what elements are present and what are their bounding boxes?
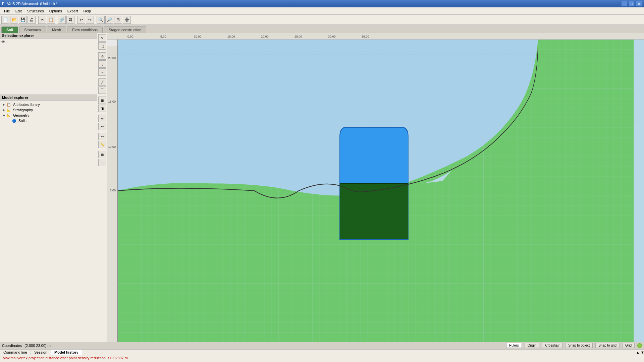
vtool-dot[interactable]: •	[98, 68, 106, 76]
selection-explorer-content: 👁 ...	[0, 39, 97, 45]
svg-rect-5	[340, 183, 408, 239]
new-button[interactable]: 📄	[1, 16, 9, 24]
tree-item-stratigraphy[interactable]: ▶ 📐 Stratigraphy	[1, 107, 96, 113]
geometry-icon: 📐	[7, 114, 12, 117]
coordinates-value: (2.000 23.00) m	[24, 344, 51, 348]
mode-tabs: Soil Structures Mesh Flow conditions Sta…	[0, 25, 644, 33]
attributes-icon: 📋	[7, 103, 12, 107]
ruler-mark-0: 0.00	[127, 35, 133, 38]
soils-icon: 🔵	[12, 119, 17, 123]
vtool-table[interactable]: ⊞	[98, 151, 106, 158]
window-controls: − □ ✕	[621, 1, 642, 6]
ruler-top: 0.00 5.00 10.00 15.00 20.00 25.00 30.00 …	[107, 33, 644, 40]
undo-button[interactable]: ↩	[77, 16, 85, 24]
snap-to-grid-button[interactable]: Snap to grid	[595, 343, 620, 348]
tab-mesh[interactable]: Mesh	[47, 26, 66, 33]
expand-icon: ▶	[3, 103, 7, 106]
vtool-line[interactable]: ╱	[98, 78, 106, 86]
grid-button[interactable]: Grid	[622, 343, 635, 348]
menu-structures[interactable]: Structures	[24, 8, 47, 14]
zoom-in-button[interactable]: 🔍	[97, 16, 105, 24]
origin-button[interactable]: Origin	[525, 343, 540, 348]
selection-explorer: Selection explorer 👁 ...	[0, 33, 97, 95]
menu-file[interactable]: File	[1, 8, 13, 14]
zoom-out-button[interactable]: 🔎	[105, 16, 113, 24]
redo-button[interactable]: ↪	[86, 16, 94, 24]
command-area: Command line Session Model history ▲ ▼ M…	[0, 349, 644, 362]
minimize-button[interactable]: −	[621, 1, 627, 6]
selection-explorer-title: Selection explorer	[2, 34, 34, 38]
soils-label: Soils	[18, 119, 26, 123]
ruler-mark-15: 15.00	[227, 35, 235, 38]
ruler-mark-35: 35.00	[362, 35, 369, 38]
paste-button[interactable]: 📋	[47, 16, 55, 24]
tab-command-line[interactable]: Command line	[0, 350, 31, 355]
menu-edit[interactable]: Edit	[13, 8, 24, 14]
stratigraphy-label: Stratigraphy	[13, 108, 33, 112]
menu-expert[interactable]: Expert	[65, 8, 81, 14]
canvas-area[interactable]: 0.00 5.00 10.00 15.00 20.00 25.00 30.00 …	[107, 33, 644, 342]
main-toolbar: 📄 📂 💾 🖨 ✂ 📋 🔗 ⛓ ↩ ↪ 🔍 🔎 ⊞ ➕	[0, 15, 644, 25]
geometry-canvas[interactable]	[107, 40, 644, 342]
rulers-button[interactable]: Rulers	[506, 343, 522, 348]
tab-staged-construction[interactable]: Staged construction	[104, 26, 146, 33]
link-button[interactable]: 🔗	[58, 16, 66, 24]
ruler-mark-10: 10.00	[194, 35, 202, 38]
scroll-down-command[interactable]: ▼	[639, 350, 644, 355]
unlink-button[interactable]: ⛓	[66, 16, 74, 24]
zoom-fit-button[interactable]: ⊞	[114, 16, 122, 24]
tree-item-soils[interactable]: 🔵 Soils	[1, 118, 96, 123]
vtool-zone[interactable]: ▦	[98, 97, 106, 104]
tab-flow-conditions[interactable]: Flow conditions	[67, 26, 103, 33]
vtool-annotation[interactable]: ✏	[98, 133, 106, 140]
vtool-select[interactable]: ↖	[98, 34, 106, 42]
command-header: Command line Session Model history ▲ ▼	[0, 350, 644, 355]
print-button[interactable]: 🖨	[28, 16, 36, 24]
snap-to-object-button[interactable]: Snap to object	[565, 343, 593, 348]
tab-soil[interactable]: Soil	[1, 26, 18, 33]
tab-session[interactable]: Session	[31, 350, 51, 355]
vtool-arrow[interactable]: →	[98, 159, 106, 166]
stratigraphy-icon: 📐	[7, 108, 12, 112]
expand-icon-geo: ▶	[3, 114, 7, 117]
eye-icon: 👁 ...	[1, 40, 9, 44]
vtool-measure[interactable]: 📏	[98, 141, 106, 148]
tree-item-attributes[interactable]: ▶ 📋 Attributes library	[1, 102, 96, 107]
vtool-arc[interactable]: ⌒	[98, 86, 106, 94]
crosshair-button[interactable]: Crosshair	[542, 343, 562, 348]
ruler-mark-30: 30.00	[328, 35, 336, 38]
model-explorer: Model explorer ▶ 📋 Attributes library ▶ …	[0, 95, 97, 342]
add-button[interactable]: ➕	[123, 16, 131, 24]
vtool-rect-select[interactable]: ⬚	[98, 42, 106, 50]
vtool-point[interactable]: ⊹	[98, 52, 106, 60]
main-area: Selection explorer 👁 ... Model explorer …	[0, 33, 644, 342]
app-title: PLAXIS 2D Advanced: (Untitled) *	[2, 2, 57, 6]
menu-help[interactable]: Help	[81, 8, 94, 14]
save-button[interactable]: 💾	[19, 16, 27, 24]
vtool-curve[interactable]: ∿	[98, 115, 106, 122]
tree-item-geometry[interactable]: ▶ 📐 Geometry	[1, 113, 96, 118]
expand-icon-strat: ▶	[3, 108, 7, 112]
status-indicator	[637, 343, 642, 348]
vtool-multipoint[interactable]: ⋮	[98, 60, 106, 68]
ruler-mark-5: 5.00	[160, 35, 166, 38]
tab-model-history[interactable]: Model history	[51, 350, 82, 355]
open-button[interactable]: 📂	[10, 16, 18, 24]
scroll-up-command[interactable]: ▲	[635, 350, 639, 355]
titlebar: PLAXIS 2D Advanced: (Untitled) * − □ ✕	[0, 0, 644, 7]
close-button[interactable]: ✕	[636, 1, 642, 6]
canvas-main[interactable]: 20.00 15.00 10.00 5.00	[107, 40, 644, 342]
menubar: File Edit Structures Options Expert Help	[0, 7, 644, 15]
vtool-fill[interactable]: ◨	[98, 105, 106, 112]
left-panel: Selection explorer 👁 ... Model explorer …	[0, 33, 97, 342]
geometry-label: Geometry	[13, 113, 29, 117]
maximize-button[interactable]: □	[629, 1, 635, 6]
cut-button[interactable]: ✂	[38, 16, 46, 24]
model-explorer-title: Model explorer	[2, 96, 28, 100]
model-explorer-content: ▶ 📋 Attributes library ▶ 📐 Stratigraphy …	[0, 101, 97, 125]
menu-options[interactable]: Options	[47, 8, 65, 14]
attributes-label: Attributes library	[13, 103, 40, 107]
vtool-spline[interactable]: ∾	[98, 123, 106, 130]
tab-structures[interactable]: Structures	[19, 26, 46, 33]
command-output: Maximal vertex projection distance after…	[0, 355, 644, 362]
